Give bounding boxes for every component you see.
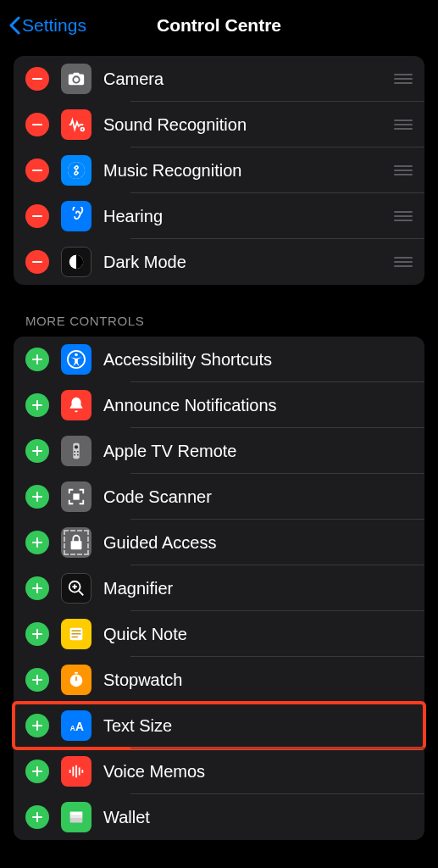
- row-label: Wallet: [103, 808, 413, 827]
- plus-icon: [30, 673, 44, 687]
- svg-point-18: [74, 451, 75, 453]
- add-button[interactable]: [25, 531, 49, 554]
- row-apple-tv-remote[interactable]: Apple TV Remote: [14, 428, 424, 474]
- row-label: Code Scanner: [103, 487, 413, 507]
- plus-icon: [30, 398, 44, 412]
- row-label: Dark Mode: [103, 253, 389, 272]
- svg-rect-0: [32, 78, 42, 80]
- svg-point-11: [75, 353, 78, 357]
- reorder-handle[interactable]: [389, 257, 413, 267]
- plus-icon: [30, 581, 44, 595]
- svg-text:A: A: [75, 721, 84, 733]
- minus-icon: [30, 255, 44, 269]
- magnifier-icon: [61, 573, 91, 604]
- svg-rect-26: [32, 542, 42, 543]
- shazam-icon: [61, 155, 91, 186]
- row-accessibility-shortcuts[interactable]: Accessibility Shortcuts: [14, 337, 424, 382]
- remove-button[interactable]: [25, 159, 49, 182]
- add-button[interactable]: [25, 805, 49, 829]
- row-label: Quick Note: [103, 625, 413, 644]
- svg-rect-9: [32, 359, 42, 360]
- sound-recognition-icon: [61, 109, 91, 140]
- row-label: Sound Recognition: [103, 115, 389, 135]
- row-sound-recognition[interactable]: Sound Recognition: [14, 102, 424, 147]
- camera-icon: [61, 64, 91, 94]
- back-label: Settings: [22, 15, 86, 36]
- minus-icon: [30, 209, 44, 223]
- row-stopwatch[interactable]: Stopwatch: [14, 657, 424, 703]
- add-button[interactable]: [25, 348, 49, 371]
- svg-point-21: [77, 454, 79, 456]
- row-quick-note[interactable]: Quick Note: [14, 611, 424, 657]
- reorder-handle[interactable]: [389, 74, 413, 84]
- row-label: Guided Access: [103, 533, 413, 553]
- svg-rect-59: [70, 818, 83, 823]
- row-label: Text Size: [103, 716, 413, 736]
- reorder-handle[interactable]: [389, 120, 413, 130]
- waveform-icon: [61, 756, 91, 787]
- chevron-left-icon: [8, 16, 20, 35]
- minus-icon: [30, 72, 44, 86]
- svg-point-20: [74, 454, 75, 456]
- svg-rect-36: [72, 630, 81, 631]
- add-button[interactable]: [25, 668, 49, 692]
- stopwatch-icon: [61, 665, 91, 695]
- row-wallet[interactable]: Wallet: [14, 794, 424, 840]
- reorder-handle[interactable]: [389, 211, 413, 221]
- note-icon: [61, 619, 91, 649]
- row-text-size[interactable]: AA Text Size: [14, 703, 424, 748]
- add-button[interactable]: [25, 576, 49, 600]
- svg-rect-34: [32, 633, 42, 635]
- row-code-scanner[interactable]: Code Scanner: [14, 474, 424, 520]
- back-button[interactable]: Settings: [8, 0, 86, 51]
- text-size-icon: AA: [61, 710, 91, 741]
- svg-rect-23: [32, 496, 42, 498]
- plus-icon: [30, 719, 44, 732]
- svg-point-17: [75, 445, 78, 448]
- plus-icon: [30, 490, 44, 504]
- remote-icon: [61, 436, 91, 466]
- svg-rect-49: [32, 771, 42, 772]
- row-label: Announce Notifications: [103, 396, 413, 415]
- add-button[interactable]: [25, 485, 49, 509]
- add-button[interactable]: [25, 714, 49, 737]
- add-button[interactable]: [25, 622, 49, 646]
- row-hearing[interactable]: Hearing: [14, 193, 424, 239]
- plus-icon: [30, 765, 44, 778]
- remove-button[interactable]: [25, 204, 49, 228]
- more-controls-header: MORE CONTROLS: [25, 314, 424, 328]
- svg-line-30: [79, 591, 84, 596]
- svg-rect-45: [32, 725, 42, 726]
- svg-rect-42: [75, 672, 78, 674]
- included-controls-group: Camera Sound Recognition Music Recogniti…: [14, 56, 424, 285]
- content-scroll[interactable]: Camera Sound Recognition Music Recogniti…: [0, 51, 438, 868]
- row-music-recognition[interactable]: Music Recognition: [14, 147, 424, 193]
- add-button[interactable]: [25, 760, 49, 783]
- remove-button[interactable]: [25, 250, 49, 274]
- plus-icon: [30, 444, 44, 458]
- add-button[interactable]: [25, 393, 49, 417]
- reorder-handle[interactable]: [389, 165, 413, 175]
- svg-rect-3: [32, 170, 42, 171]
- row-announce-notifications[interactable]: Announce Notifications: [14, 382, 424, 428]
- row-dark-mode[interactable]: Dark Mode: [14, 239, 424, 285]
- add-button[interactable]: [25, 439, 49, 463]
- svg-rect-13: [32, 404, 42, 406]
- row-label: Music Recognition: [103, 161, 389, 181]
- remove-button[interactable]: [25, 113, 49, 136]
- row-magnifier[interactable]: Magnifier: [14, 565, 424, 611]
- svg-rect-6: [32, 261, 42, 263]
- remove-button[interactable]: [25, 67, 49, 91]
- row-label: Camera: [103, 70, 389, 89]
- row-voice-memos[interactable]: Voice Memos: [14, 748, 424, 794]
- row-label: Hearing: [103, 207, 389, 226]
- dark-mode-icon: [61, 247, 91, 277]
- row-guided-access[interactable]: Guided Access: [14, 520, 424, 565]
- plus-icon: [30, 536, 44, 549]
- svg-rect-1: [32, 124, 42, 125]
- navigation-bar: Settings Control Centre: [0, 0, 438, 51]
- ear-icon: [61, 201, 91, 231]
- row-label: Voice Memos: [103, 762, 413, 782]
- row-camera[interactable]: Camera: [14, 56, 424, 102]
- row-label: Apple TV Remote: [103, 442, 413, 461]
